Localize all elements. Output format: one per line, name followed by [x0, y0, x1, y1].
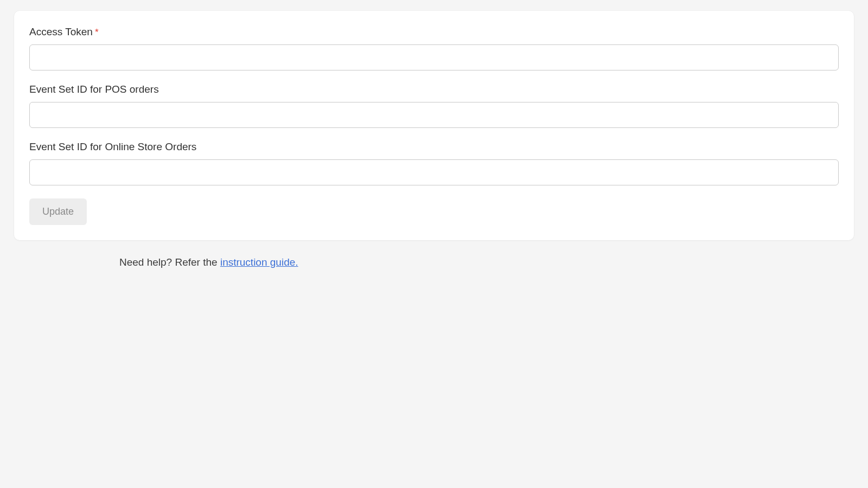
online-event-set-id-label-row: Event Set ID for Online Store Orders — [29, 141, 839, 153]
online-event-set-id-input[interactable] — [29, 159, 839, 185]
online-event-set-id-group: Event Set ID for Online Store Orders — [29, 141, 839, 185]
online-event-set-id-label: Event Set ID for Online Store Orders — [29, 141, 196, 153]
pos-event-set-id-input[interactable] — [29, 102, 839, 128]
access-token-label-row: Access Token * — [29, 26, 839, 38]
access-token-label: Access Token — [29, 26, 93, 38]
settings-card: Access Token * Event Set ID for POS orde… — [14, 11, 854, 240]
required-asterisk-icon: * — [95, 28, 99, 37]
pos-event-set-id-group: Event Set ID for POS orders — [29, 84, 839, 128]
access-token-input[interactable] — [29, 44, 839, 70]
help-text-row: Need help? Refer the instruction guide. — [119, 256, 868, 268]
pos-event-set-id-label-row: Event Set ID for POS orders — [29, 84, 839, 95]
access-token-group: Access Token * — [29, 26, 839, 70]
pos-event-set-id-label: Event Set ID for POS orders — [29, 84, 159, 95]
help-prefix: Need help? Refer the — [119, 256, 220, 268]
update-button[interactable]: Update — [29, 198, 87, 225]
instruction-guide-link[interactable]: instruction guide. — [220, 256, 298, 268]
